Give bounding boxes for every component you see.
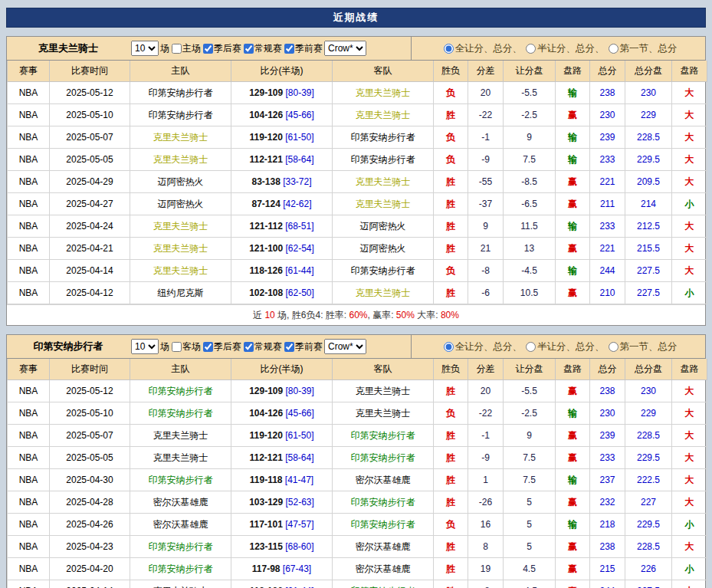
handicap-result-cell: 赢 <box>556 104 590 126</box>
handicap-cell: -5.5 <box>504 380 556 402</box>
checkbox-input[interactable] <box>203 44 213 54</box>
checkbox-input[interactable] <box>244 342 254 352</box>
summary-segment: 场, 胜6负4: 胜率: <box>275 310 349 320</box>
column-header: 主队 <box>130 359 231 380</box>
filter-checkbox[interactable]: 季前赛 <box>282 340 323 353</box>
score-cell: 118-126 [61-44] <box>231 580 333 588</box>
game-row: NBA2025-05-07克里夫兰骑士119-120 [61-50]印第安纳步行… <box>8 425 707 447</box>
radio-input[interactable] <box>444 44 454 54</box>
half-score: [47-57] <box>283 519 314 530</box>
score-cell: 121-112 [68-51] <box>231 215 333 238</box>
half-score: [61-50] <box>283 132 314 143</box>
handicap-cell: -6.5 <box>504 193 556 215</box>
games-count-select[interactable]: 10 <box>131 339 159 354</box>
half-score: [41-47] <box>283 475 314 485</box>
radio-input[interactable] <box>526 342 536 352</box>
league-cell: NBA <box>8 238 50 260</box>
filter-checkbox[interactable]: 常规赛 <box>241 340 282 353</box>
handicap-result-cell: 输 <box>556 126 590 149</box>
checkbox-input[interactable] <box>244 44 254 54</box>
checkbox-label: 主场 <box>182 42 201 55</box>
league-cell: NBA <box>8 558 50 580</box>
column-header: 让分盘 <box>504 61 556 82</box>
odds-select[interactable]: Crow* <box>324 41 366 56</box>
total-cell: 230 <box>590 402 625 425</box>
checkbox-input[interactable] <box>284 44 294 54</box>
game-row: NBA2025-04-30印第安纳步行者119-118 [41-47]密尔沃基雄… <box>8 469 707 491</box>
final-score: 119-118 <box>250 475 283 485</box>
games-count-label: 场 <box>160 42 169 55</box>
game-row: NBA2025-05-12印第安纳步行者129-109 [80-39]克里夫兰骑… <box>8 82 707 104</box>
diff-cell: 21 <box>468 238 504 260</box>
date-cell: 2025-04-24 <box>50 215 130 238</box>
diff-cell: -37 <box>468 193 504 215</box>
result-cell: 负 <box>434 260 468 282</box>
filter-checkbox[interactable]: 季后赛 <box>201 42 241 55</box>
checkbox-input[interactable] <box>284 342 294 352</box>
handicap-cell: -5.5 <box>504 82 556 104</box>
total-result-cell: 大 <box>672 536 707 558</box>
checkbox-group: 客场季后赛常规赛季前赛 <box>169 340 323 353</box>
final-score: 119-120 <box>249 430 282 441</box>
radio-input[interactable] <box>609 44 618 54</box>
filter-radio[interactable]: 全让分、总分、 <box>440 340 523 353</box>
games-table: 赛事比赛时间主队比分(半场)客队胜负分差让分盘盘路总分总分盘盘路 NBA2025… <box>7 359 707 588</box>
half-score: [33-72] <box>281 176 312 187</box>
checkbox-input[interactable] <box>172 342 182 352</box>
diff-cell: -8 <box>468 260 504 282</box>
home-team-cell: 密尔沃基雄鹿 <box>130 514 231 536</box>
filter-checkbox[interactable]: 季后赛 <box>201 340 241 353</box>
total-line-cell: 209.5 <box>625 171 672 193</box>
final-score: 123-115 <box>249 541 282 552</box>
half-score: [67-43] <box>281 563 312 574</box>
date-cell: 2025-05-12 <box>50 82 130 104</box>
home-team-cell: 迈阿密热火 <box>130 193 231 215</box>
score-cell: 129-109 [80-39] <box>231 82 333 104</box>
total-result-cell: 小 <box>672 193 707 215</box>
result-cell: 胜 <box>434 536 468 558</box>
league-cell: NBA <box>8 282 50 304</box>
filter-radio[interactable]: 第一节、总分 <box>605 42 678 55</box>
result-cell: 胜 <box>434 580 468 588</box>
half-score: [61-50] <box>283 430 314 441</box>
half-score: [58-64] <box>283 154 314 165</box>
total-line-cell: 229 <box>625 402 672 425</box>
filter-radio[interactable]: 全让分、总分、 <box>440 42 523 55</box>
total-line-cell: 229.5 <box>625 149 672 171</box>
summary-segment: 10 <box>264 310 274 320</box>
filter-radio[interactable]: 第一节、总分 <box>605 340 678 353</box>
filter-checkbox[interactable]: 主场 <box>169 42 201 55</box>
radio-input[interactable] <box>444 342 454 352</box>
filter-checkbox[interactable]: 常规赛 <box>241 42 282 55</box>
score-cell: 119-118 [41-47] <box>231 469 333 491</box>
total-result-cell: 大 <box>672 82 707 104</box>
filter-checkbox[interactable]: 季前赛 <box>282 42 323 55</box>
final-score: 129-109 <box>249 87 283 98</box>
league-cell: NBA <box>8 149 50 171</box>
handicap-result-cell: 赢 <box>556 282 590 304</box>
total-cell: 238 <box>590 536 625 558</box>
checkbox-input[interactable] <box>203 342 213 352</box>
radio-input[interactable] <box>609 342 618 352</box>
away-team-cell: 克里夫兰骑士 <box>333 104 434 126</box>
diff-cell: -6 <box>468 282 504 304</box>
games-count-select[interactable]: 10 <box>131 41 159 56</box>
radio-input[interactable] <box>526 44 536 54</box>
checkbox-input[interactable] <box>172 44 182 54</box>
handicap-result-cell: 赢 <box>556 536 590 558</box>
game-row: NBA2025-04-27迈阿密热火87-124 [42-62]克里夫兰骑士胜-… <box>8 193 707 215</box>
league-cell: NBA <box>8 447 50 469</box>
filter-radio[interactable]: 半让分、总分、 <box>522 340 605 353</box>
handicap-cell: -2.5 <box>504 104 556 126</box>
handicap-result-cell: 输 <box>556 82 590 104</box>
handicap-result-cell: 赢 <box>556 491 590 514</box>
filter-radio[interactable]: 半让分、总分、 <box>522 42 605 55</box>
odds-select[interactable]: Crow* <box>324 339 366 354</box>
home-team-cell: 克里夫兰骑士 <box>130 447 231 469</box>
total-result-cell: 大 <box>672 104 707 126</box>
game-row: NBA2025-05-10印第安纳步行者104-126 [45-66]克里夫兰骑… <box>8 104 707 126</box>
filter-checkbox[interactable]: 客场 <box>169 340 201 353</box>
radio-label: 半让分、总分、 <box>537 42 605 55</box>
half-score: [62-50] <box>283 287 314 298</box>
handicap-cell: 11.5 <box>504 215 556 238</box>
